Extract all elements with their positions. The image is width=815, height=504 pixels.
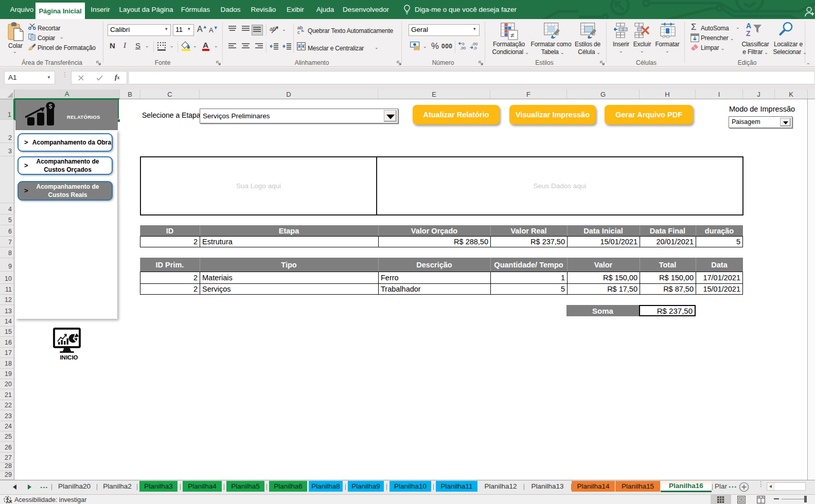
svg-text:$: $ [49,103,52,110]
svg-text:Z: Z [746,29,751,38]
svg-text:A: A [746,22,751,30]
svg-text:≠: ≠ [510,31,514,39]
svg-text:c: c [297,29,300,34]
svg-text:,00: ,00 [460,46,466,50]
svg-text:,0: ,0 [473,46,477,50]
svg-text:ab: ab [270,26,276,32]
